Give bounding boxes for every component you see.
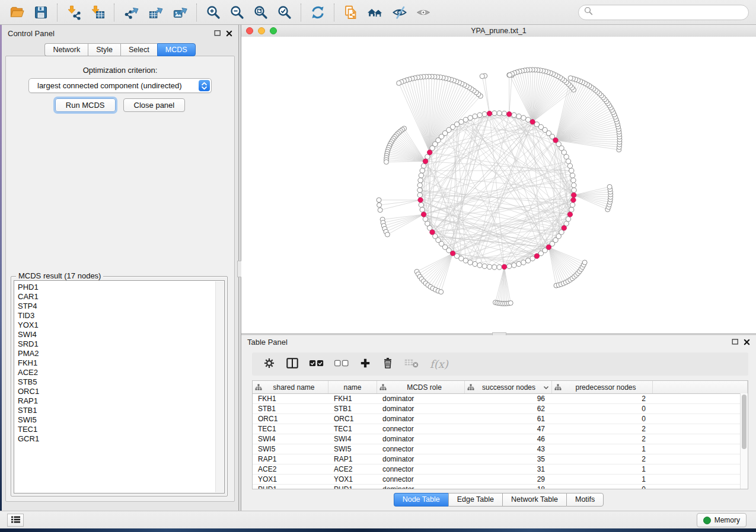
float-panel-icon[interactable]	[732, 338, 739, 345]
split-view-button[interactable]	[284, 355, 301, 373]
column-header-successor-nodes[interactable]: successor nodes	[465, 381, 552, 393]
network-node[interactable]	[473, 261, 477, 266]
network-node[interactable]	[516, 261, 521, 266]
mcds-node[interactable]	[418, 197, 423, 202]
mcds-node[interactable]	[530, 120, 535, 124]
show-panels-button[interactable]	[7, 514, 24, 527]
copy-network-button[interactable]	[340, 3, 362, 22]
network-node[interactable]	[377, 203, 382, 207]
homes-button[interactable]	[364, 3, 387, 22]
network-node[interactable]	[570, 203, 575, 207]
mcds-node[interactable]	[562, 226, 566, 230]
mcds-node[interactable]	[572, 193, 576, 197]
network-node[interactable]	[419, 173, 423, 178]
open-file-button[interactable]	[6, 3, 28, 22]
table-settings-button[interactable]	[261, 355, 277, 373]
list-item[interactable]: CAR1	[14, 292, 224, 302]
network-node[interactable]	[423, 217, 428, 222]
table-row[interactable]: STB1STB1dominator620	[253, 404, 748, 414]
export-network-button[interactable]	[120, 3, 142, 22]
network-node[interactable]	[512, 263, 516, 268]
mcds-node[interactable]	[553, 138, 558, 143]
network-node[interactable]	[572, 188, 576, 193]
network-node[interactable]	[477, 113, 482, 117]
network-node[interactable]	[419, 203, 423, 207]
tab-edge-table[interactable]: Edge Table	[448, 493, 502, 507]
column-header-name[interactable]: name	[328, 381, 377, 393]
mcds-node[interactable]	[423, 159, 428, 164]
float-panel-icon[interactable]	[214, 30, 221, 37]
mcds-node[interactable]	[502, 264, 506, 269]
network-node[interactable]	[417, 193, 422, 197]
tab-node-table[interactable]: Node Table	[394, 493, 448, 507]
network-node[interactable]	[463, 258, 468, 263]
list-item[interactable]: STB1	[14, 406, 224, 415]
list-item[interactable]: ORC1	[14, 387, 224, 396]
network-node[interactable]	[567, 164, 572, 168]
mcds-node[interactable]	[430, 230, 435, 235]
zoom-fit-button[interactable]	[250, 3, 272, 22]
show-all-button[interactable]	[413, 3, 434, 22]
mcds-node[interactable]	[421, 212, 426, 217]
network-node[interactable]	[377, 198, 381, 203]
column-header-predecessor-nodes[interactable]: predecessor nodes	[552, 381, 653, 393]
tab-network[interactable]: Network	[44, 43, 88, 56]
export-image-button[interactable]	[169, 3, 191, 22]
tab-motifs[interactable]: Motifs	[566, 493, 604, 507]
network-node[interactable]	[487, 264, 492, 269]
network-node[interactable]	[482, 264, 487, 268]
tab-style[interactable]: Style	[88, 43, 120, 56]
list-item[interactable]: PMA2	[14, 349, 224, 358]
memory-button[interactable]: Memory	[697, 513, 747, 527]
network-node[interactable]	[512, 113, 516, 117]
network-node[interactable]	[568, 76, 573, 81]
network-node[interactable]	[507, 264, 512, 268]
column-header-shared-name[interactable]: shared name	[253, 381, 328, 393]
close-panel-icon[interactable]	[744, 339, 750, 345]
network-node[interactable]	[378, 208, 382, 213]
network-node[interactable]	[482, 111, 487, 116]
list-item[interactable]: TID3	[14, 311, 224, 321]
network-node[interactable]	[582, 260, 587, 265]
list-item[interactable]: YOX1	[14, 321, 224, 330]
network-node[interactable]	[420, 207, 425, 212]
save-session-button[interactable]	[30, 3, 52, 22]
close-panel-button[interactable]: Close panel	[123, 98, 186, 112]
import-network-button[interactable]	[63, 3, 85, 22]
list-item[interactable]: SRD1	[14, 339, 224, 349]
criterion-select[interactable]: largest connected component (undirected)	[28, 78, 212, 93]
network-node[interactable]	[417, 188, 422, 193]
mcds-node[interactable]	[571, 197, 576, 202]
network-node[interactable]	[570, 173, 575, 178]
network-node[interactable]	[516, 114, 521, 118]
select-all-button[interactable]	[308, 357, 326, 371]
network-node[interactable]	[473, 114, 477, 118]
table-row[interactable]: FKH1FKH1dominator962	[253, 394, 748, 404]
table-row[interactable]: TEC1TEC1connector472	[253, 424, 748, 434]
mcds-node[interactable]	[450, 251, 455, 255]
network-node[interactable]	[571, 178, 576, 182]
add-column-button[interactable]	[358, 355, 373, 373]
network-node[interactable]	[521, 116, 526, 120]
refresh-button[interactable]	[307, 3, 328, 22]
list-item[interactable]: FKH1	[14, 358, 224, 368]
list-item[interactable]: ACE2	[14, 368, 224, 377]
network-node[interactable]	[566, 217, 570, 222]
network-node[interactable]	[569, 168, 574, 173]
mcds-node[interactable]	[487, 111, 492, 116]
table-row[interactable]: SWI4SWI4dominator462	[253, 434, 748, 444]
list-item[interactable]: SWI5	[14, 415, 224, 425]
tab-mcds[interactable]: MCDS	[157, 43, 196, 56]
mcds-node[interactable]	[534, 254, 539, 258]
mcds-node[interactable]	[567, 212, 572, 217]
network-node[interactable]	[508, 73, 512, 78]
network-canvas[interactable]	[241, 37, 756, 334]
hide-selected-button[interactable]	[389, 3, 410, 22]
zoom-selected-button[interactable]	[274, 3, 295, 22]
network-node[interactable]	[477, 263, 482, 268]
network-node[interactable]	[418, 178, 423, 182]
table-row[interactable]: RAP1RAP1dominator352	[253, 454, 748, 464]
mcds-node[interactable]	[428, 150, 432, 155]
network-node[interactable]	[417, 182, 422, 187]
network-node[interactable]	[492, 111, 497, 116]
